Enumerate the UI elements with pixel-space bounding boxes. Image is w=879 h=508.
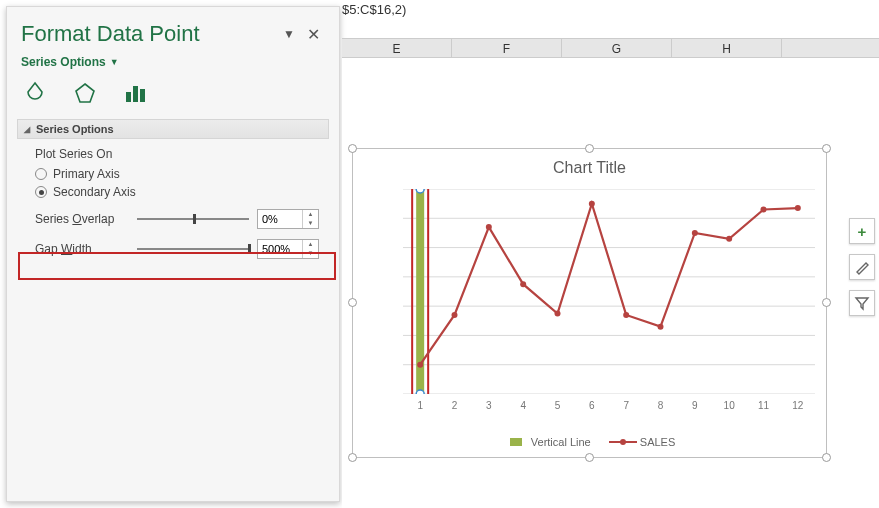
format-data-point-pane: Format Data Point ▼ ✕ Series Options ▼: [6, 6, 340, 502]
chart-plot-area[interactable]: 010,00020,00030,00040,00050,00060,00070,…: [403, 189, 815, 394]
svg-text:3: 3: [486, 400, 492, 411]
primary-axis-radio[interactable]: Primary Axis: [35, 167, 319, 181]
svg-rect-2: [133, 86, 138, 102]
svg-rect-1: [126, 92, 131, 102]
svg-text:8: 8: [658, 400, 664, 411]
chart-floating-tools: +: [849, 218, 875, 316]
gap-width-row: Gap Width ▲▼: [35, 239, 319, 259]
chart-x-axis: 123456789101112: [403, 397, 815, 413]
formula-bar-fragment: $5:C$16,2): [342, 2, 406, 17]
pane-close-button[interactable]: ✕: [301, 25, 325, 44]
svg-text:1: 1: [417, 400, 423, 411]
chart-filters-button[interactable]: [849, 290, 875, 316]
svg-text:5: 5: [555, 400, 561, 411]
spinner-down[interactable]: ▼: [303, 249, 318, 258]
spinner-up[interactable]: ▲: [303, 210, 318, 219]
svg-text:4: 4: [520, 400, 526, 411]
worksheet-grid[interactable]: Chart Title 010,00020,00030,00040,00050,…: [342, 58, 879, 508]
series-options-label: Series Options: [21, 55, 106, 69]
series-options-section-header[interactable]: ◢ Series Options: [17, 119, 329, 139]
svg-point-33: [726, 236, 732, 242]
pane-title: Format Data Point: [21, 21, 277, 47]
gap-width-value[interactable]: [258, 240, 302, 258]
svg-point-23: [416, 390, 424, 394]
col-header[interactable]: G: [562, 39, 672, 57]
radio-icon: [35, 186, 47, 198]
svg-text:2: 2: [452, 400, 458, 411]
legend-label: Vertical Line: [531, 436, 591, 448]
svg-point-29: [589, 201, 595, 207]
radio-icon: [35, 168, 47, 180]
svg-point-26: [486, 224, 492, 230]
col-header[interactable]: H: [672, 39, 782, 57]
chart-title[interactable]: Chart Title: [353, 159, 826, 177]
secondary-axis-label: Secondary Axis: [53, 185, 136, 199]
svg-text:11: 11: [758, 400, 770, 411]
gap-width-input[interactable]: ▲▼: [257, 239, 319, 259]
svg-text:10: 10: [724, 400, 736, 411]
chevron-down-icon: ▼: [110, 57, 119, 67]
legend-label: SALES: [640, 436, 675, 448]
svg-rect-3: [140, 89, 145, 102]
svg-rect-48: [510, 438, 522, 446]
primary-axis-label: Primary Axis: [53, 167, 120, 181]
chart-legend[interactable]: Vertical Line SALES: [353, 436, 826, 449]
svg-text:7: 7: [623, 400, 629, 411]
gap-width-label: Gap Width: [35, 242, 129, 256]
spinner-down[interactable]: ▼: [303, 219, 318, 228]
legend-item-vertical-line[interactable]: Vertical Line: [504, 436, 591, 449]
chart-elements-button[interactable]: +: [849, 218, 875, 244]
svg-point-25: [452, 312, 458, 318]
series-overlap-label: Series Overlap: [35, 212, 129, 226]
collapse-triangle-icon: ◢: [24, 125, 30, 134]
svg-text:6: 6: [589, 400, 595, 411]
series-overlap-row: Series Overlap ▲▼: [35, 209, 319, 229]
filter-icon: [854, 295, 870, 311]
svg-marker-0: [76, 84, 94, 102]
gap-width-slider[interactable]: [137, 242, 249, 256]
plot-series-on-label: Plot Series On: [35, 147, 319, 161]
svg-point-27: [520, 281, 526, 287]
svg-point-32: [692, 230, 698, 236]
svg-point-35: [795, 205, 801, 211]
fill-and-line-tab-icon[interactable]: [21, 79, 49, 107]
svg-point-30: [623, 312, 629, 318]
chart-object[interactable]: Chart Title 010,00020,00030,00040,00050,…: [352, 148, 827, 458]
series-overlap-value[interactable]: [258, 210, 302, 228]
svg-text:12: 12: [792, 400, 804, 411]
pane-options-dropdown[interactable]: ▼: [277, 27, 301, 41]
series-options-dropdown[interactable]: Series Options ▼: [7, 53, 339, 77]
svg-point-28: [555, 310, 561, 316]
column-headers: E F G H: [342, 38, 879, 58]
spinner-up[interactable]: ▲: [303, 240, 318, 249]
series-overlap-input[interactable]: ▲▼: [257, 209, 319, 229]
svg-point-31: [658, 324, 664, 330]
secondary-axis-radio[interactable]: Secondary Axis: [35, 185, 319, 199]
col-header[interactable]: E: [342, 39, 452, 57]
svg-text:9: 9: [692, 400, 698, 411]
section-header-label: Series Options: [36, 123, 114, 135]
chart-styles-button[interactable]: [849, 254, 875, 280]
svg-point-22: [416, 189, 424, 193]
series-options-tab-icon[interactable]: [121, 79, 149, 107]
brush-icon: [854, 259, 870, 275]
svg-point-34: [761, 207, 767, 213]
svg-point-24: [417, 362, 423, 368]
series-overlap-slider[interactable]: [137, 212, 249, 226]
legend-item-sales[interactable]: SALES: [609, 436, 676, 449]
effects-tab-icon[interactable]: [71, 79, 99, 107]
col-header[interactable]: F: [452, 39, 562, 57]
svg-point-50: [620, 439, 626, 445]
